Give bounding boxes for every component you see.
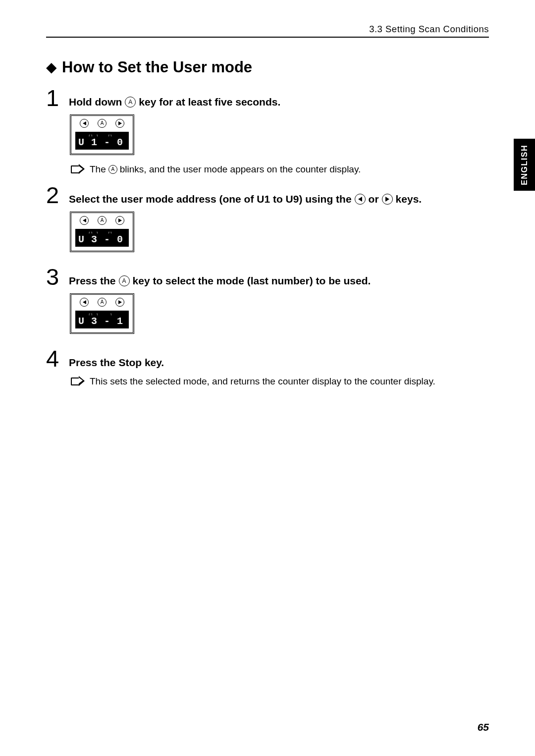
step-4-text: Press the Stop key.	[69, 349, 164, 370]
right-arrow-icon	[115, 119, 124, 128]
panel-keys: A	[75, 119, 129, 128]
step-2-after: keys.	[396, 192, 422, 206]
step-1-text: Hold down A key for at least five second…	[69, 88, 280, 109]
step-3: 3 Press the A key to select the mode (la…	[46, 267, 489, 288]
counter-panel-2: A ┌┐ ┐ ┌┐U 3 - 0	[70, 212, 134, 252]
language-tab: ENGLISH	[514, 139, 535, 191]
header-row: 3.3 Setting Scan Conditions	[46, 24, 489, 38]
lcd-display: ┌┐ ┐ ┐U 3 - 1	[75, 311, 129, 328]
step-number: 4	[46, 347, 61, 370]
step-2-mid: or	[369, 192, 379, 206]
lcd-display: ┌┐ ┐ ┌┐U 1 - 0	[75, 132, 129, 150]
diamond-icon: ◆	[46, 60, 57, 74]
step-2: 2 Select the user mode address (one of U…	[46, 185, 489, 207]
a-key-icon: A	[125, 97, 136, 108]
counter-panel-1: A ┌┐ ┐ ┌┐U 1 - 0	[70, 114, 134, 155]
step-2-text: Select the user mode address (one of U1 …	[69, 185, 422, 206]
lcd-display: ┌┐ ┐ ┌┐U 3 - 0	[75, 229, 129, 247]
a-key-icon: A	[108, 165, 117, 174]
step-number: 2	[46, 183, 61, 207]
step-1-after: key for at least five seconds.	[139, 95, 280, 109]
step-4-note: This sets the selected mode, and returns…	[70, 375, 489, 388]
step-1-note: The A blinks, and the user mode appears …	[70, 163, 489, 176]
a-key-icon: A	[98, 298, 107, 307]
a-key-icon: A	[98, 216, 107, 225]
step-2-before: Select the user mode address (one of U1 …	[69, 192, 352, 206]
right-arrow-icon	[115, 298, 124, 307]
step-number: 3	[46, 265, 61, 288]
step-number: 1	[46, 86, 61, 109]
a-key-icon: A	[119, 275, 130, 286]
step-3-after: key to select the mode (last number) to …	[133, 274, 371, 288]
page-number: 65	[478, 721, 489, 733]
language-label: ENGLISH	[520, 145, 529, 185]
left-arrow-icon	[80, 119, 89, 128]
page: 3.3 Setting Scan Conditions ◆ How to Set…	[0, 0, 535, 756]
step-3-before: Press the	[69, 274, 116, 288]
step-4: 4 Press the Stop key.	[46, 349, 489, 370]
left-arrow-icon	[355, 194, 366, 205]
step-4-note-text: This sets the selected mode, and returns…	[90, 375, 435, 388]
a-key-icon: A	[98, 119, 107, 128]
page-title: How to Set the User mode	[62, 58, 252, 76]
left-arrow-icon	[80, 216, 89, 225]
step-4-title: Press the Stop key.	[69, 356, 164, 370]
result-arrow-icon	[70, 164, 84, 174]
counter-panel-3: A ┌┐ ┐ ┐U 3 - 1	[70, 293, 134, 334]
right-arrow-icon	[382, 194, 393, 205]
panel-keys: A	[75, 298, 129, 307]
step-1-note-text: The A blinks, and the user mode appears …	[90, 163, 361, 176]
step-3-text: Press the A key to select the mode (last…	[69, 267, 371, 288]
right-arrow-icon	[115, 216, 124, 225]
title-row: ◆ How to Set the User mode	[46, 58, 489, 76]
result-arrow-icon	[70, 376, 84, 386]
step-1-before: Hold down	[69, 95, 122, 109]
header-section: 3.3 Setting Scan Conditions	[369, 24, 489, 35]
step-1: 1 Hold down A key for at least five seco…	[46, 88, 489, 109]
panel-keys: A	[75, 216, 129, 225]
left-arrow-icon	[80, 298, 89, 307]
